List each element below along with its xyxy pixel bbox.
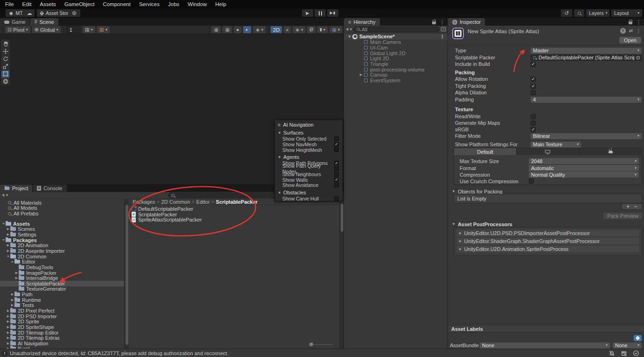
postprocessor-item[interactable]: ▶UnityEditor.U2D.Animation.SpritePostPro…: [457, 246, 639, 252]
asset-bundle-variant-dropdown[interactable]: None: [613, 343, 642, 349]
foldout-closed-icon[interactable]: ▶: [10, 293, 14, 296]
hierarchy-item-eventsystem[interactable]: EventSystem: [344, 78, 448, 83]
foldout-closed-icon[interactable]: ▶: [6, 331, 10, 335]
menu-gameobject[interactable]: GameObject: [60, 0, 99, 8]
tab-inspector[interactable]: Inspector: [448, 18, 485, 26]
platform-tab-android[interactable]: [580, 148, 642, 155]
tree-item-tests[interactable]: ▶Tests: [0, 303, 124, 308]
file-scriptable-packer[interactable]: ScriptablePacker: [129, 212, 339, 217]
step-button[interactable]: [327, 9, 338, 17]
tree-item-2d-sprite[interactable]: ▶2D Sprite: [0, 319, 124, 324]
checkbox[interactable]: [531, 114, 536, 119]
postprocessor-item[interactable]: ▶UnityEditor.ShaderGraph.ShaderGraphAsse…: [457, 238, 639, 244]
platform-texture-dropdown[interactable]: Main Texture: [531, 142, 581, 148]
asset-bundle-dropdown[interactable]: None: [480, 343, 610, 349]
scene-light-toggle[interactable]: [223, 26, 232, 33]
tree-item-internalbridge[interactable]: ▶InternalBridge: [0, 275, 124, 281]
skybox-toggle[interactable]: [234, 26, 241, 33]
scene-root-row[interactable]: ▼ SampleScene*: [344, 34, 448, 40]
foldout-open-icon[interactable]: ▼: [10, 260, 14, 264]
object-picker-icon[interactable]: [636, 55, 640, 60]
padding-dropdown[interactable]: 4: [531, 97, 642, 103]
audio-toggle-button[interactable]: [284, 26, 291, 33]
foldout-open-icon[interactable]: ▼: [6, 255, 10, 258]
tree-scrollbar[interactable]: [124, 199, 129, 349]
tree-item-assets[interactable]: ▼Assets: [0, 221, 124, 227]
compression-dropdown[interactable]: Normal Quality: [529, 171, 639, 178]
foldout-closed-icon[interactable]: ▶: [6, 243, 10, 247]
rotate-tool[interactable]: [1, 56, 9, 63]
tree-item-packages[interactable]: ▼Packages: [0, 237, 124, 243]
view-hand-tool[interactable]: [1, 41, 9, 48]
overlay-header[interactable]: AI Navigation: [275, 121, 343, 128]
services-button[interactable]: [68, 9, 80, 17]
layers-dropdown[interactable]: Layers: [586, 9, 609, 17]
tree-item-runtime[interactable]: ▶Runtime: [0, 297, 124, 303]
foldout-closed-icon[interactable]: ▶: [14, 271, 19, 275]
foldout-closed-icon[interactable]: ▶: [6, 249, 10, 253]
max-texture-size-dropdown[interactable]: 2048: [529, 158, 639, 164]
open-button[interactable]: Open: [619, 37, 641, 43]
tree-item-2d-pixel-perfect[interactable]: ▶2D Pixel Perfect: [0, 308, 124, 314]
transform-tool[interactable]: [1, 78, 9, 85]
foldout-open-icon[interactable]: ▼: [1, 222, 6, 225]
files-scrollbar[interactable]: [339, 199, 343, 349]
tree-item-2d-spriteshape[interactable]: ▶2D SpriteShape: [0, 324, 124, 330]
filter-mode-dropdown[interactable]: Bilinear: [531, 133, 642, 139]
checkbox[interactable]: ✓: [531, 84, 536, 89]
presets-icon[interactable]: [629, 29, 633, 33]
foldout-obstacles[interactable]: ▼Obstacles: [275, 189, 343, 196]
menu-assets[interactable]: Assets: [35, 0, 60, 8]
pack-preview-button[interactable]: Pack Preview: [603, 213, 642, 219]
breadcrumb-packages[interactable]: Packages: [133, 199, 155, 205]
checkbox[interactable]: [334, 166, 339, 171]
project-search-input[interactable]: [168, 193, 285, 198]
foldout-closed-icon[interactable]: ▶: [6, 314, 10, 318]
tab-hierarchy[interactable]: Hierarchy: [344, 18, 380, 26]
kebab-menu-icon[interactable]: [440, 20, 445, 25]
gizmos-dropdown[interactable]: [329, 26, 342, 33]
hierarchy-item-post-processing-volume[interactable]: post-processing-volume: [344, 67, 448, 72]
snap-increment-field[interactable]: 1: [67, 26, 81, 33]
hierarchy-item-canvas[interactable]: ▶Canvas: [344, 72, 448, 78]
postprocessor-item[interactable]: ▶UnityEditor.U2D.PSD.PSDImporterAssetPos…: [457, 230, 639, 236]
tree-item-scriptablepacker[interactable]: ScriptablePacker: [0, 281, 124, 286]
tree-item-scenes[interactable]: ▶Scenes: [0, 227, 124, 232]
kebab-menu-icon[interactable]: [636, 20, 641, 25]
foldout-agents[interactable]: ▼Agents: [275, 154, 343, 160]
layout-dropdown[interactable]: Layout: [611, 9, 642, 17]
favorite-all-materials[interactable]: All Materials: [0, 200, 124, 206]
checkbox[interactable]: [334, 183, 339, 187]
create-asset-button[interactable]: [2, 193, 8, 198]
tree-item-2d-common[interactable]: ▼2D Common: [0, 254, 124, 259]
hidden-objects-button[interactable]: [307, 26, 315, 33]
tree-item-texturegenerator[interactable]: TextureGenerator: [0, 286, 124, 292]
cloud-button[interactable]: [24, 9, 35, 17]
tree-item-2d-animation[interactable]: ▶2D Animation: [0, 243, 124, 248]
tree-item-ai-navigation[interactable]: ▶AI Navigation: [0, 341, 124, 346]
pivot-dropdown[interactable]: Pivot: [5, 26, 30, 33]
foldout-closed-icon[interactable]: ▶: [6, 342, 10, 345]
global-dropdown[interactable]: Global: [32, 26, 61, 33]
foldout-closed-icon[interactable]: ▶: [6, 233, 10, 236]
menu-help[interactable]: Help: [211, 0, 231, 8]
hierarchy-item-main-camera[interactable]: Main Camera: [344, 40, 448, 45]
file-sprite-atlas-scriptable-packer[interactable]: SpriteAtlasScriptablePacker: [129, 217, 339, 222]
debug-draw-dropdown[interactable]: [253, 26, 266, 33]
tree-item-2d-tilemap-extras[interactable]: ▶2D Tilemap Extras: [0, 335, 124, 341]
tree-item-2d-aseprite[interactable]: ▶2D Aseprite Importer: [0, 248, 124, 254]
checkbox[interactable]: ✓: [334, 161, 339, 165]
bell-slash-icon[interactable]: [609, 350, 615, 357]
asset-postprocessors-foldout[interactable]: ▼ Asset PostProcessors: [452, 221, 642, 227]
tree-item-debugtools[interactable]: DebugTools: [0, 264, 124, 270]
2d-toggle-button[interactable]: 2D: [271, 26, 282, 33]
tree-item-imagepacker[interactable]: ▶ImagePacker: [0, 270, 124, 276]
checkbox[interactable]: ✓: [334, 142, 339, 147]
foldout-closed-icon[interactable]: ▶: [360, 73, 364, 77]
tab-scene[interactable]: Scene: [30, 18, 58, 26]
checkbox[interactable]: [529, 178, 534, 184]
checkbox[interactable]: [334, 196, 339, 201]
status-message[interactable]: Unauthorized device detected, Id: CB5A1Z…: [10, 350, 228, 356]
hierarchy-item-triangle[interactable]: Triangle: [344, 61, 448, 67]
add-item-button[interactable]: [626, 204, 630, 209]
